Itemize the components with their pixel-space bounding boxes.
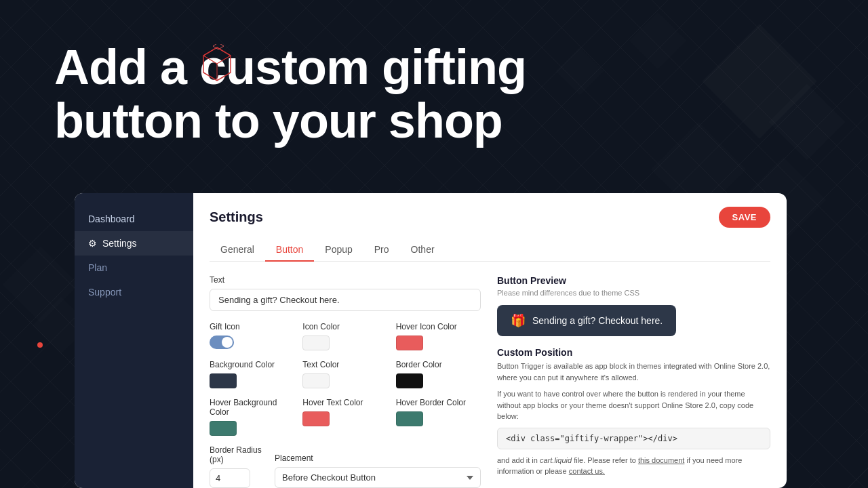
sidebar-item-dashboard[interactable]: Dashboard: [75, 207, 193, 231]
placement-field: Placement Before Checkout Button After C…: [275, 453, 481, 488]
tab-pro[interactable]: Pro: [363, 239, 400, 262]
hover-icon-color-field: Hover Icon Color: [396, 322, 481, 350]
hover-bg-color-swatch[interactable]: [210, 421, 237, 436]
border-radius-label: Border Radius (px): [210, 445, 264, 464]
icon-color-label: Icon Color: [302, 322, 387, 331]
border-color-label: Border Color: [396, 360, 481, 369]
button-preview: 🎁 Sending a gift? Checkout here.: [497, 305, 676, 336]
hover-border-color-label: Hover Border Color: [396, 398, 481, 407]
left-column: Text Gift Icon Icon Color Hover Icon Col…: [210, 275, 481, 488]
border-color-field: Border Color: [396, 360, 481, 388]
gift-icon-toggle[interactable]: [210, 336, 234, 349]
bg-color-field: Background Color: [210, 360, 294, 388]
gift-icon-preview: 🎁: [511, 313, 526, 328]
hover-icon-color-swatch[interactable]: [396, 336, 423, 350]
border-radius-input[interactable]: [210, 468, 250, 488]
text-color-swatch[interactable]: [302, 373, 330, 388]
custom-position-label: Custom Position: [497, 347, 770, 358]
icon-color-field: Icon Color: [302, 322, 387, 350]
icon-color-swatch[interactable]: [302, 336, 330, 350]
preview-button-text: Sending a gift? Checkout here.: [532, 315, 663, 326]
border-radius-field: Border Radius (px): [210, 445, 264, 488]
save-button[interactable]: SAVE: [719, 207, 770, 228]
hero-title: Add a custom gifting button to your shop: [54, 41, 868, 148]
svg-marker-1: [203, 47, 231, 64]
tabs-bar: General Button Popup Pro Other: [210, 239, 770, 262]
placement-select[interactable]: Before Checkout Button After Checkout Bu…: [275, 467, 481, 488]
tab-popup[interactable]: Popup: [314, 239, 363, 262]
hover-border-color-swatch[interactable]: [396, 411, 423, 426]
code-note: and add it in cart.liquid file. Please r…: [497, 455, 770, 477]
right-column: Button Preview Please mind differences d…: [497, 275, 770, 488]
svg-line-3: [217, 56, 231, 64]
bg-color-label: Background Color: [210, 360, 294, 369]
row-hover-colors: Hover Background Color Hover Text Color …: [210, 398, 481, 436]
tab-button[interactable]: Button: [265, 239, 314, 262]
border-color-swatch[interactable]: [396, 373, 423, 388]
hero-section: Add a custom gifting button to your shop: [54, 41, 868, 148]
content-area: Settings SAVE General Button Popup Pro O…: [193, 193, 787, 488]
hover-text-color-swatch[interactable]: [302, 411, 330, 426]
contact-us-link[interactable]: contact us.: [569, 467, 605, 475]
hover-text-color-field: Hover Text Color: [302, 398, 387, 436]
two-column-layout: Text Gift Icon Icon Color Hover Icon Col…: [210, 275, 770, 488]
hover-bg-color-field: Hover Background Color: [210, 398, 294, 436]
gear-icon: ⚙: [88, 238, 97, 249]
red-dot-indicator: [37, 342, 43, 348]
placement-label: Placement: [275, 453, 481, 463]
gift-icon-field: Gift Icon: [210, 322, 294, 350]
sidebar-item-support[interactable]: Support: [75, 280, 193, 304]
hover-border-color-field: Hover Border Color: [396, 398, 481, 436]
sidebar-item-settings[interactable]: ⚙ Settings: [75, 231, 193, 256]
bottom-row: Border Radius (px) Placement Before Chec…: [210, 445, 481, 488]
preview-label: Button Preview: [497, 275, 770, 286]
main-panel: Dashboard ⚙ Settings Plan Support Settin…: [75, 193, 787, 488]
custom-position-desc1: Button Trigger is available as app block…: [497, 361, 770, 383]
bg-color-swatch[interactable]: [210, 373, 237, 388]
sidebar-item-plan[interactable]: Plan: [75, 256, 193, 280]
preview-note: Please mind differences due to theme CSS: [497, 289, 770, 297]
custom-position-desc2: If you want to have control over where t…: [497, 388, 770, 422]
text-input[interactable]: [210, 289, 481, 311]
text-color-field: Text Color: [302, 360, 387, 388]
sidebar: Dashboard ⚙ Settings Plan Support: [75, 193, 193, 488]
text-field-label: Text: [210, 275, 481, 285]
cube-icon: [200, 44, 234, 85]
hover-text-color-label: Hover Text Color: [302, 398, 387, 407]
hover-icon-color-label: Hover Icon Color: [396, 322, 481, 331]
cart-liquid-file: cart.liquid: [540, 456, 572, 464]
text-color-label: Text Color: [302, 360, 387, 369]
code-block: <div class="giftify-wrapper"></div>: [497, 428, 770, 449]
tab-other[interactable]: Other: [400, 239, 446, 262]
hover-bg-color-label: Hover Background Color: [210, 398, 294, 417]
row-bg-color: Background Color Text Color Border Color: [210, 360, 481, 388]
content-header: Settings SAVE: [210, 207, 770, 228]
row-gift-icon: Gift Icon Icon Color Hover Icon Color: [210, 322, 481, 350]
tab-general[interactable]: General: [210, 239, 265, 262]
svg-line-4: [203, 56, 217, 64]
gift-icon-label: Gift Icon: [210, 322, 294, 331]
this-document-link[interactable]: this document: [638, 456, 684, 464]
page-title: Settings: [210, 209, 263, 225]
